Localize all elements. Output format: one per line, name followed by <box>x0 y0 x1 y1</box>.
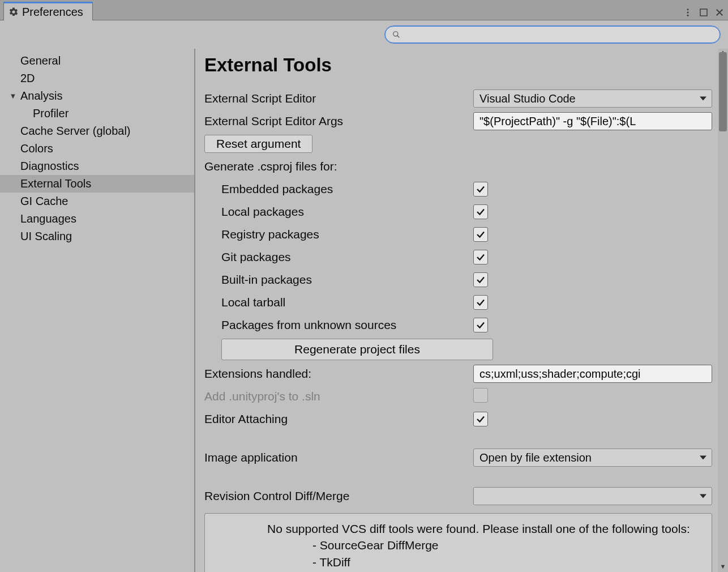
svg-point-1 <box>687 12 689 14</box>
helpbox-line-1: - SourceGear DiffMerge <box>267 537 703 553</box>
sidebar-item-cache-server[interactable]: Cache Server (global) <box>0 122 194 140</box>
gear-icon <box>8 7 19 17</box>
csproj-embedded-checkbox[interactable] <box>473 182 488 197</box>
sidebar-item-languages[interactable]: Languages <box>0 210 194 228</box>
csproj-builtin-checkbox[interactable] <box>473 272 488 287</box>
csproj-unknown-checkbox[interactable] <box>473 318 488 332</box>
svg-rect-3 <box>700 9 707 16</box>
add-unityproj-checkbox <box>473 388 488 403</box>
editor-attaching-checkbox[interactable] <box>473 412 488 426</box>
generate-csproj-label: Generate .csproj files for: <box>204 157 712 176</box>
sidebar-item-ui-scaling[interactable]: UI Scaling <box>0 228 194 245</box>
external-script-editor-label: External Script Editor <box>204 92 473 105</box>
page-title: External Tools <box>204 54 712 76</box>
sidebar-item-profiler[interactable]: Profiler <box>0 105 194 122</box>
sidebar-item-2d[interactable]: 2D <box>0 70 194 87</box>
reset-argument-button[interactable]: Reset argument <box>204 135 312 153</box>
csproj-tarball-label: Local tarball <box>204 296 473 309</box>
external-script-editor-args-label: External Script Editor Args <box>204 114 473 128</box>
csproj-registry-label: Registry packages <box>204 228 473 241</box>
revision-control-dropdown[interactable] <box>473 487 712 505</box>
revision-control-label: Revision Control Diff/Merge <box>204 489 473 503</box>
sidebar-item-external-tools[interactable]: External Tools <box>0 175 194 193</box>
csproj-git-label: Git packages <box>204 250 473 264</box>
chevron-down-icon: ▼ <box>8 92 18 100</box>
tab-title: Preferences <box>22 6 83 19</box>
sidebar-item-general[interactable]: General <box>0 52 194 70</box>
close-icon[interactable] <box>714 7 725 18</box>
csproj-git-checkbox[interactable] <box>473 250 488 264</box>
extensions-handled-input[interactable] <box>473 365 712 383</box>
add-unityproj-label: Add .unityproj's to .sln <box>204 390 473 403</box>
vcs-helpbox: No supported VCS diff tools were found. … <box>204 513 712 572</box>
svg-line-5 <box>397 36 400 38</box>
sidebar: General 2D ▼Analysis Profiler Cache Serv… <box>0 49 195 572</box>
regenerate-project-files-button[interactable]: Regenerate project files <box>221 339 493 360</box>
search-row <box>0 20 728 49</box>
csproj-unknown-label: Packages from unknown sources <box>204 318 473 332</box>
svg-point-4 <box>393 32 398 36</box>
svg-point-0 <box>687 8 689 10</box>
kebab-icon[interactable] <box>683 7 693 18</box>
external-script-editor-dropdown[interactable]: Visual Studio Code <box>473 89 712 108</box>
search-input[interactable] <box>405 29 713 41</box>
sidebar-item-diagnostics[interactable]: Diagnostics <box>0 157 194 175</box>
csproj-tarball-checkbox[interactable] <box>473 295 488 310</box>
external-script-editor-args-input[interactable] <box>473 112 712 130</box>
editor-attaching-label: Editor Attaching <box>204 412 473 426</box>
image-application-label: Image application <box>204 451 473 464</box>
svg-point-2 <box>687 15 689 16</box>
csproj-registry-checkbox[interactable] <box>473 227 488 242</box>
search-icon <box>392 31 400 39</box>
preferences-tab[interactable]: Preferences <box>3 2 93 20</box>
sidebar-item-analysis[interactable]: ▼Analysis <box>0 87 194 105</box>
scroll-down-icon[interactable]: ▼ <box>718 563 728 572</box>
content-scrollbar[interactable]: ▲ ▼ <box>718 49 728 572</box>
helpbox-line-2: - TkDiff <box>267 554 703 570</box>
csproj-builtin-label: Built-in packages <box>204 273 473 287</box>
csproj-embedded-label: Embedded packages <box>204 182 473 196</box>
csproj-local-checkbox[interactable] <box>473 204 488 219</box>
image-application-dropdown[interactable]: Open by file extension <box>473 449 712 467</box>
helpbox-line-0: No supported VCS diff tools were found. … <box>267 520 703 537</box>
sidebar-item-colors[interactable]: Colors <box>0 140 194 157</box>
sidebar-item-gi-cache[interactable]: GI Cache <box>0 193 194 210</box>
maximize-icon[interactable] <box>699 7 709 18</box>
titlebar: Preferences <box>0 0 728 20</box>
search-box[interactable] <box>385 26 720 43</box>
csproj-local-label: Local packages <box>204 205 473 219</box>
scroll-thumb[interactable] <box>719 52 727 131</box>
extensions-handled-label: Extensions handled: <box>204 367 473 381</box>
